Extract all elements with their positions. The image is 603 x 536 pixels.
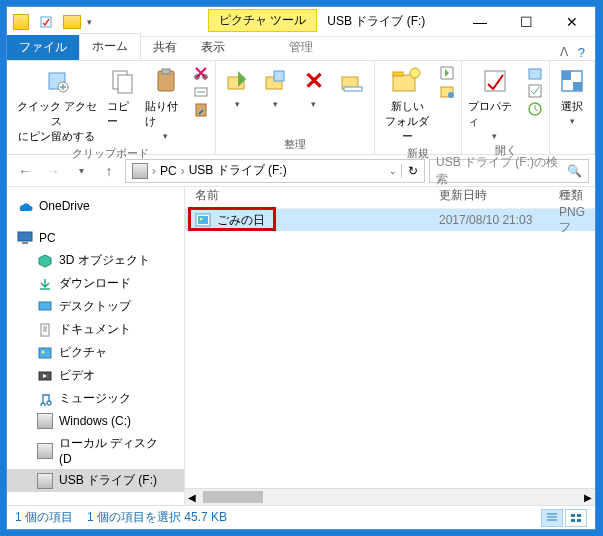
tree-desktop[interactable]: デスクトップ bbox=[7, 295, 184, 318]
nav-tree[interactable]: OneDrive PC 3D オブジェクト ダウンロード デスクトップ ドキュメ… bbox=[7, 187, 185, 505]
ribbon-tabs: ファイル ホーム 共有 表示 管理 ᐱ ? bbox=[7, 37, 595, 61]
pin-to-quick-access[interactable]: クイック アクセス にピン留めする bbox=[13, 65, 101, 144]
move-to-button[interactable]: ▾ bbox=[222, 65, 254, 109]
tab-file[interactable]: ファイル bbox=[7, 35, 79, 60]
drive-icon bbox=[132, 163, 148, 179]
svg-rect-0 bbox=[41, 17, 51, 27]
file-type: PNG フ bbox=[559, 205, 595, 236]
onedrive-icon bbox=[17, 198, 33, 214]
properties-button[interactable]: プロパティ▾ bbox=[468, 65, 521, 141]
document-icon bbox=[37, 322, 53, 338]
status-bar: 1 個の項目 1 個の項目を選択 45.7 KB bbox=[7, 505, 595, 529]
drive-icon bbox=[37, 473, 53, 489]
col-name[interactable]: 名前 bbox=[185, 187, 439, 208]
svg-rect-31 bbox=[41, 324, 49, 336]
refresh-button[interactable]: ↻ bbox=[401, 164, 418, 178]
tab-view[interactable]: 表示 bbox=[189, 35, 237, 60]
up-button[interactable]: ↑ bbox=[97, 159, 121, 183]
close-button[interactable]: ✕ bbox=[549, 7, 595, 36]
breadcrumb-location[interactable]: USB ドライブ (F:) bbox=[189, 162, 287, 179]
tree-c-drive[interactable]: Windows (C:) bbox=[7, 410, 184, 432]
svg-rect-30 bbox=[39, 302, 51, 310]
tree-documents[interactable]: ドキュメント bbox=[7, 318, 184, 341]
svg-rect-40 bbox=[571, 519, 575, 522]
window-title: USB ドライブ (F:) bbox=[317, 7, 457, 36]
delete-button[interactable]: ✕▾ bbox=[298, 65, 330, 109]
svg-rect-6 bbox=[162, 69, 170, 74]
explorer-window: ▾ ピクチャ ツール USB ドライブ (F:) — ☐ ✕ ファイル ホーム … bbox=[6, 6, 596, 530]
svg-rect-23 bbox=[529, 85, 541, 97]
download-icon bbox=[37, 276, 53, 292]
svg-rect-29 bbox=[22, 242, 28, 244]
svg-rect-27 bbox=[573, 82, 582, 91]
pc-icon bbox=[17, 230, 33, 246]
qat-newfolder[interactable] bbox=[63, 15, 81, 29]
svg-rect-26 bbox=[562, 71, 571, 80]
view-icons-button[interactable] bbox=[565, 509, 587, 527]
tree-onedrive[interactable]: OneDrive bbox=[7, 195, 184, 217]
drive-icon bbox=[37, 443, 53, 459]
open-icon[interactable] bbox=[527, 65, 543, 81]
addr-dropdown[interactable]: ⌄ bbox=[389, 166, 397, 176]
paste-button[interactable]: 貼り付け▾ bbox=[145, 65, 187, 144]
scrollbar-thumb[interactable] bbox=[203, 491, 263, 503]
forward-button[interactable]: → bbox=[41, 159, 65, 183]
easy-access-icon[interactable] bbox=[439, 83, 455, 99]
recent-dropdown[interactable]: ▾ bbox=[69, 159, 93, 183]
help-icon[interactable]: ? bbox=[578, 45, 585, 60]
tree-3d[interactable]: 3D オブジェクト bbox=[7, 249, 184, 272]
tab-manage[interactable]: 管理 bbox=[277, 35, 325, 60]
app-icon bbox=[13, 14, 29, 30]
tree-d-drive[interactable]: ローカル ディスク (D bbox=[7, 432, 184, 469]
cube-icon bbox=[37, 253, 53, 269]
back-button[interactable]: ← bbox=[13, 159, 37, 183]
nav-row: ← → ▾ ↑ › PC › USB ドライブ (F:) ⌄ ↻ USB ドライ… bbox=[7, 155, 595, 187]
tab-share[interactable]: 共有 bbox=[141, 35, 189, 60]
svg-rect-21 bbox=[485, 71, 505, 91]
new-folder-button[interactable]: 新しい フォルダー bbox=[381, 65, 434, 144]
tree-pc[interactable]: PC bbox=[7, 227, 184, 249]
svg-rect-15 bbox=[344, 87, 362, 91]
search-input[interactable]: USB ドライブ (F:)の検索 🔍 bbox=[429, 159, 589, 183]
address-bar[interactable]: › PC › USB ドライブ (F:) ⌄ ↻ bbox=[125, 159, 425, 183]
status-count: 1 個の項目 bbox=[15, 509, 73, 526]
paste-shortcut-icon[interactable] bbox=[193, 101, 209, 117]
music-icon bbox=[37, 391, 53, 407]
ribbon: クイック アクセス にピン留めする コピー 貼り付け▾ bbox=[7, 61, 595, 155]
svg-rect-28 bbox=[18, 232, 32, 241]
picture-icon bbox=[37, 345, 53, 361]
tab-home[interactable]: ホーム bbox=[79, 33, 141, 60]
cut-icon[interactable] bbox=[193, 65, 209, 81]
svg-rect-13 bbox=[274, 71, 284, 81]
horizontal-scrollbar[interactable]: ◀ ▶ bbox=[185, 488, 595, 505]
qat-expand[interactable]: ▾ bbox=[87, 17, 92, 27]
col-date[interactable]: 更新日時 bbox=[439, 187, 559, 208]
tree-videos[interactable]: ビデオ bbox=[7, 364, 184, 387]
svg-rect-32 bbox=[39, 348, 51, 358]
tree-usb-drive[interactable]: USB ドライブ (F:) bbox=[7, 469, 184, 492]
breadcrumb-pc[interactable]: PC bbox=[160, 164, 177, 178]
status-selection: 1 個の項目を選択 45.7 KB bbox=[87, 509, 227, 526]
select-button[interactable]: 選択▾ bbox=[556, 65, 588, 126]
copy-button[interactable]: コピー bbox=[107, 65, 139, 144]
svg-point-20 bbox=[448, 92, 454, 98]
history-icon[interactable] bbox=[527, 101, 543, 117]
tree-pictures[interactable]: ピクチャ bbox=[7, 341, 184, 364]
qat-properties[interactable] bbox=[35, 11, 57, 33]
file-list: 名前 更新日時 種類 ごみの日 2017/08/10 21:03 PNG フ ◀ bbox=[185, 187, 595, 505]
edit-icon[interactable] bbox=[527, 83, 543, 99]
copy-path-icon[interactable] bbox=[193, 83, 209, 99]
tree-downloads[interactable]: ダウンロード bbox=[7, 272, 184, 295]
view-details-button[interactable] bbox=[541, 509, 563, 527]
tree-music[interactable]: ミュージック bbox=[7, 387, 184, 410]
maximize-button[interactable]: ☐ bbox=[503, 7, 549, 36]
svg-rect-17 bbox=[393, 72, 403, 76]
minimize-button[interactable]: — bbox=[457, 7, 503, 36]
ribbon-collapse-icon[interactable]: ᐱ bbox=[560, 45, 568, 60]
new-item-icon[interactable] bbox=[439, 65, 455, 81]
copy-to-button[interactable]: ▾ bbox=[260, 65, 292, 109]
column-headers[interactable]: 名前 更新日時 種類 bbox=[185, 187, 595, 209]
svg-rect-39 bbox=[577, 514, 581, 517]
rename-button[interactable] bbox=[336, 65, 368, 109]
svg-point-33 bbox=[42, 350, 45, 353]
